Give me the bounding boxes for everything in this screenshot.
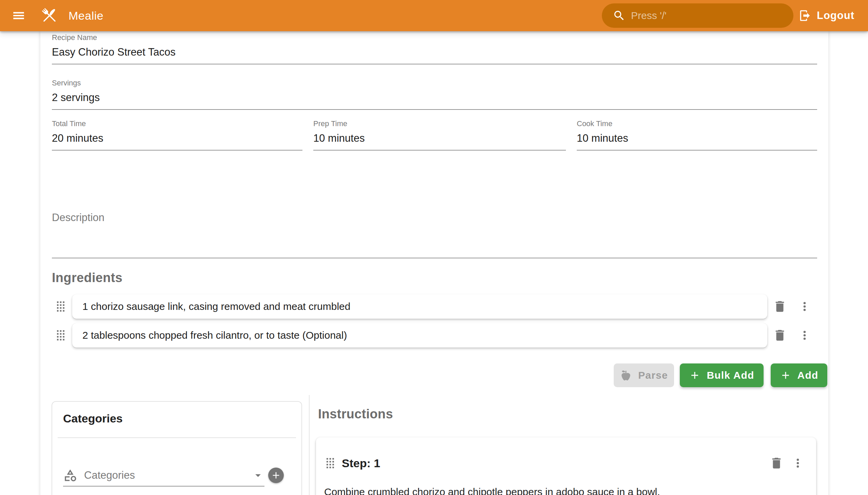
vertical-divider	[309, 395, 310, 495]
logout-icon	[799, 9, 811, 22]
kebab-menu-icon	[798, 300, 811, 313]
search-input[interactable]	[630, 10, 785, 22]
silverware-icon	[40, 6, 59, 25]
app-title: Mealie	[68, 9, 103, 22]
add-label: Add	[798, 370, 818, 381]
cook-time-label: Cook Time	[577, 119, 817, 128]
total-time-field: Total Time	[52, 119, 303, 151]
description-textarea[interactable]	[52, 203, 818, 262]
parse-label: Parse	[638, 370, 668, 381]
ingredient-menu-button[interactable]	[797, 326, 813, 345]
prep-time-field: Prep Time	[313, 119, 566, 151]
servings-label: Servings	[52, 79, 817, 87]
delete-ingredient-button[interactable]	[770, 297, 789, 316]
time-fields-row: Total Time Prep Time Cook Time	[52, 119, 817, 151]
step-header: Step: 1	[316, 452, 816, 474]
recipe-editor-card: Recipe Name Servings Total Time Prep Tim…	[40, 31, 828, 495]
step-menu-button[interactable]	[791, 456, 805, 470]
trash-icon	[773, 328, 787, 342]
servings-input[interactable]	[52, 87, 817, 109]
instruction-step-card: Step: 1 Combine crumbled chorizo and chi…	[316, 437, 816, 495]
ingredient-input[interactable]	[72, 301, 767, 312]
plus-circle-icon	[271, 470, 282, 481]
logout-label: Logout	[817, 10, 854, 22]
kebab-menu-icon	[798, 328, 811, 342]
trash-icon	[769, 456, 784, 470]
search-icon	[602, 9, 626, 22]
drag-handle-icon	[57, 330, 65, 341]
caret-down-icon	[252, 469, 265, 482]
categories-card-title: Categories	[63, 412, 302, 425]
hamburger-icon	[12, 8, 26, 23]
step-title: Step: 1	[342, 457, 769, 470]
kebab-menu-icon	[791, 456, 805, 470]
servings-field: Servings	[52, 79, 817, 110]
categories-card: Categories Categories	[52, 401, 302, 495]
recipe-name-field: Recipe Name	[52, 33, 817, 64]
step-text[interactable]: Combine crumbled chorizo and chipotle pe…	[324, 485, 806, 495]
recipe-name-input[interactable]	[52, 42, 817, 64]
delete-ingredient-button[interactable]	[770, 326, 789, 345]
instructions-heading: Instructions	[318, 407, 393, 422]
ingredients-actions: Parse Bulk Add Add	[40, 363, 828, 387]
parse-button[interactable]: Parse	[614, 363, 674, 387]
ingredient-card	[72, 323, 767, 347]
ingredient-input[interactable]	[72, 329, 767, 341]
ingredient-card	[72, 294, 767, 319]
menu-button[interactable]	[11, 8, 27, 23]
prep-time-label: Prep Time	[313, 119, 566, 128]
trash-icon	[773, 300, 787, 313]
drag-handle[interactable]	[55, 328, 66, 342]
cook-time-field: Cook Time	[577, 119, 817, 151]
divider	[58, 437, 296, 438]
recipe-name-label: Recipe Name	[52, 33, 817, 42]
ingredient-menu-button[interactable]	[797, 297, 813, 316]
description-label: Description	[52, 211, 104, 224]
description-field: Description	[52, 179, 817, 258]
categories-select[interactable]: Categories	[63, 465, 265, 487]
add-ingredient-button[interactable]: Add	[771, 363, 827, 387]
delete-step-button[interactable]	[769, 456, 784, 470]
categories-select-label: Categories	[84, 469, 252, 481]
prep-time-input[interactable]	[313, 128, 566, 150]
add-category-button[interactable]	[268, 467, 284, 483]
apple-icon	[620, 369, 632, 381]
logout-button[interactable]: Logout	[795, 0, 858, 31]
total-time-label: Total Time	[52, 119, 303, 128]
bulk-add-button[interactable]: Bulk Add	[680, 363, 764, 387]
plus-icon	[780, 370, 792, 381]
ingredient-row	[40, 294, 828, 319]
ingredients-heading: Ingredients	[52, 271, 122, 285]
search-bar[interactable]	[602, 3, 794, 28]
drag-handle-icon	[326, 458, 334, 468]
drag-handle-icon	[57, 301, 65, 312]
total-time-input[interactable]	[52, 128, 303, 150]
cook-time-input[interactable]	[577, 128, 817, 150]
app-bar: Mealie Logout	[0, 0, 868, 31]
drag-handle[interactable]	[325, 456, 336, 470]
shapes-icon	[63, 468, 77, 482]
drag-handle[interactable]	[55, 300, 66, 313]
bulk-add-label: Bulk Add	[707, 370, 754, 381]
plus-icon	[689, 370, 700, 381]
ingredient-row	[40, 323, 828, 347]
